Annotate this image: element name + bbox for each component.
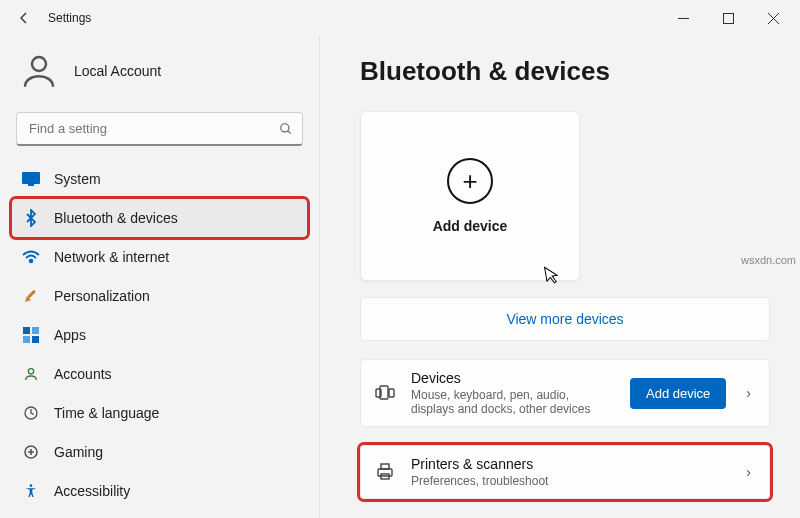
- sidebar-item-label: Accounts: [54, 366, 112, 382]
- gaming-icon: [22, 443, 40, 461]
- svg-point-18: [30, 484, 33, 487]
- wifi-icon: [22, 248, 40, 266]
- devices-row-title: Devices: [411, 370, 614, 386]
- sidebar-item-accounts[interactable]: Accounts: [12, 355, 307, 393]
- devices-row[interactable]: Devices Mouse, keyboard, pen, audio, dis…: [360, 359, 770, 427]
- maximize-icon: [723, 13, 734, 24]
- svg-point-9: [30, 260, 33, 263]
- svg-rect-21: [389, 389, 394, 397]
- svg-rect-7: [22, 172, 40, 184]
- minimize-icon: [678, 13, 689, 24]
- back-button[interactable]: [4, 0, 44, 36]
- bluetooth-icon: [22, 209, 40, 227]
- svg-line-6: [288, 131, 291, 134]
- sidebar-item-gaming[interactable]: Gaming: [12, 433, 307, 471]
- settings-window: Settings Local Account: [0, 0, 800, 518]
- svg-rect-12: [32, 327, 39, 334]
- sidebar-item-network[interactable]: Network & internet: [12, 238, 307, 276]
- system-icon: [22, 170, 40, 188]
- search-icon: [279, 122, 293, 136]
- sidebar-item-personalization[interactable]: Personalization: [12, 277, 307, 315]
- sidebar-item-label: System: [54, 171, 101, 187]
- sidebar-item-label: Gaming: [54, 444, 103, 460]
- sidebar-item-label: Network & internet: [54, 249, 169, 265]
- sidebar-item-label: Apps: [54, 327, 86, 343]
- sidebar-item-label: Personalization: [54, 288, 150, 304]
- sidebar: Local Account System Bluetooth &: [0, 36, 320, 518]
- sidebar-item-accessibility[interactable]: Accessibility: [12, 472, 307, 510]
- content-pane: Bluetooth & devices + Add device View mo…: [320, 36, 800, 518]
- sidebar-item-label: Time & language: [54, 405, 159, 421]
- window-controls: [661, 0, 796, 36]
- back-arrow-icon: [16, 10, 32, 26]
- printers-row-subtitle: Preferences, troubleshoot: [411, 474, 726, 488]
- svg-rect-22: [378, 469, 392, 476]
- accounts-icon: [22, 365, 40, 383]
- plus-circle-icon: +: [447, 158, 493, 204]
- svg-point-15: [28, 369, 33, 374]
- chevron-right-icon: ›: [742, 464, 755, 480]
- printers-scanners-row[interactable]: Printers & scanners Preferences, trouble…: [360, 445, 770, 499]
- svg-rect-23: [381, 464, 389, 469]
- close-button[interactable]: [751, 0, 796, 36]
- add-device-label: Add device: [433, 218, 508, 234]
- sidebar-item-label: Accessibility: [54, 483, 130, 499]
- view-more-devices-link[interactable]: View more devices: [360, 297, 770, 341]
- search-box[interactable]: [16, 112, 303, 146]
- printers-row-text: Printers & scanners Preferences, trouble…: [411, 456, 726, 488]
- sidebar-item-system[interactable]: System: [12, 160, 307, 198]
- paintbrush-icon: [22, 287, 40, 305]
- add-device-button[interactable]: Add device: [630, 378, 726, 409]
- sidebar-item-label: Bluetooth & devices: [54, 210, 178, 226]
- printer-icon: [375, 462, 395, 482]
- svg-rect-8: [28, 184, 34, 186]
- svg-rect-1: [724, 13, 734, 23]
- chevron-right-icon: ›: [742, 385, 755, 401]
- clock-globe-icon: [22, 404, 40, 422]
- account-block[interactable]: Local Account: [12, 40, 307, 110]
- avatar-icon: [18, 50, 60, 92]
- watermark: wsxdn.com: [741, 254, 796, 266]
- svg-rect-10: [27, 290, 35, 298]
- nav-list: System Bluetooth & devices Network & int…: [12, 160, 307, 518]
- sidebar-item-bluetooth-devices[interactable]: Bluetooth & devices: [12, 199, 307, 237]
- body: Local Account System Bluetooth &: [0, 36, 800, 518]
- titlebar: Settings: [0, 0, 800, 36]
- sidebar-item-privacy-security[interactable]: Privacy & security: [12, 511, 307, 518]
- devices-icon: [375, 383, 395, 403]
- apps-icon: [22, 326, 40, 344]
- accessibility-icon: [22, 482, 40, 500]
- devices-row-subtitle: Mouse, keyboard, pen, audio, displays an…: [411, 388, 614, 416]
- view-more-label: View more devices: [506, 311, 623, 327]
- minimize-button[interactable]: [661, 0, 706, 36]
- printers-row-title: Printers & scanners: [411, 456, 726, 472]
- account-name: Local Account: [74, 63, 161, 79]
- devices-row-text: Devices Mouse, keyboard, pen, audio, dis…: [411, 370, 614, 416]
- sidebar-item-apps[interactable]: Apps: [12, 316, 307, 354]
- app-title: Settings: [48, 11, 91, 25]
- add-device-card[interactable]: + Add device: [360, 111, 580, 281]
- svg-rect-14: [32, 336, 39, 343]
- search-input[interactable]: [16, 112, 303, 146]
- svg-rect-13: [23, 336, 30, 343]
- svg-rect-11: [23, 327, 30, 334]
- sidebar-item-time-language[interactable]: Time & language: [12, 394, 307, 432]
- svg-point-4: [32, 57, 46, 71]
- maximize-button[interactable]: [706, 0, 751, 36]
- close-icon: [768, 13, 779, 24]
- page-title: Bluetooth & devices: [360, 56, 770, 87]
- svg-point-5: [281, 124, 289, 132]
